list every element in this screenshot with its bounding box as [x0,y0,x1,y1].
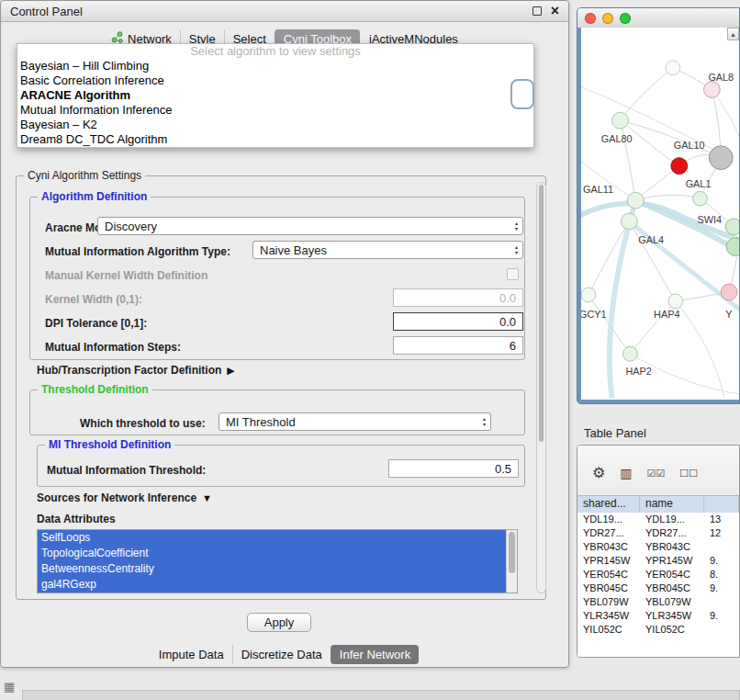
table-row[interactable]: YPR145WYPR145W9. [577,554,739,568]
minimize-traffic-light[interactable] [602,13,613,24]
kernel-width-value: 0.0 [499,291,516,305]
dpi-tolerance-value: 0.0 [499,315,516,329]
network-edge[interactable] [635,195,700,200]
column-header-name[interactable]: name [640,496,704,513]
network-node[interactable] [693,191,708,206]
table-cell: YPR145W [640,554,704,568]
algorithm-combobox-fragment[interactable] [510,79,534,109]
control-panel-titlebar: Control Panel × [1,1,568,22]
table-row[interactable]: YER054CYER054C8. [577,568,739,581]
network-node-gal8[interactable] [703,82,720,98]
table-row[interactable]: YLR345WYLR345W9. [577,609,739,623]
attribute-item-betweennesscentrality[interactable]: BetweennessCentrality [38,561,506,577]
table-row[interactable]: YDR27...YDR27...12 [577,526,739,540]
network-node-gal1[interactable] [671,158,688,175]
table-row[interactable]: YIL052CYIL052C [577,623,739,637]
table-body: YDL19...YDL19...13YDR27...YDR27...12YBR0… [577,513,739,657]
attribute-item-selfloops[interactable]: SelfLoops [38,530,506,546]
attribute-item-topologicalcoefficient[interactable]: TopologicalCoefficient [38,546,506,561]
aracne-mode-select[interactable]: Discovery ▴▾ [97,217,523,235]
network-edge[interactable] [621,68,673,120]
algorithm-option-dream8-dc-tdc-algorithm[interactable]: Dream8 DC_TDC Algorithm [17,132,533,147]
scrollbar-thumb[interactable] [509,532,515,573]
hub-definition-disclosure[interactable]: Hub/Transcription Factor Definition ▶ [37,364,235,377]
gear-icon[interactable]: ⚙ [592,466,605,480]
close-traffic-light[interactable] [585,13,596,24]
apply-button[interactable]: Apply [247,613,311,632]
algorithm-option-bayesian-hill-climbing[interactable]: Bayesian – Hill Climbing [17,59,533,73]
popup-prompt: Select algorithm to view settings [17,44,533,59]
algorithm-definition-title: Algorithm Definition [38,190,151,203]
table-cell: YLR345W [640,609,704,623]
manual-kernel-checkbox[interactable] [507,268,519,280]
node-label-hap2: HAP2 [625,366,651,377]
network-node-gal10[interactable] [709,146,733,170]
mi-type-select[interactable]: Naive Bayes ▴▾ [252,241,523,259]
table-row[interactable]: YDL19...YDL19...13 [577,513,739,526]
up-arrow-icon: ▲ [730,31,736,38]
network-edge[interactable] [621,120,722,158]
attributes-scrollbar[interactable] [506,530,517,593]
tab-label: Impute Data [159,648,224,661]
table-row[interactable]: YBR043CYBR043C [577,540,739,554]
table-cell: YDL19... [577,513,640,526]
column-header-shared-[interactable]: shared... [577,496,640,513]
node-label-gcy1: GCY1 [581,309,607,320]
table-cell: 8. [704,568,739,581]
scroll-up-arrow[interactable]: ▲ [727,28,739,40]
mi-threshold-field[interactable]: 0.5 [388,459,519,478]
network-node[interactable] [666,61,680,75]
network-node-gal11[interactable] [627,192,644,209]
network-node-swi4[interactable] [725,219,739,235]
network-edge[interactable] [676,301,724,399]
scrollbar-thumb[interactable] [539,185,544,442]
network-node-hap2[interactable] [622,346,637,361]
node-label-y: Y [725,309,732,320]
network-node-y[interactable] [721,284,737,300]
algorithm-option-aracne-algorithm[interactable]: ARACNE Algorithm [17,88,533,103]
tab-discretize-data[interactable]: Discretize Data [232,645,331,664]
mi-steps-label: Mutual Information Steps: [45,341,181,354]
hub-definition-label: Hub/Transcription Factor Definition [37,364,221,377]
table-cell: YIL052C [577,623,640,637]
select-all-columns-icon[interactable]: ☑☑ [647,466,666,480]
sources-disclosure[interactable]: Sources for Network Inference ▼ [37,491,212,504]
which-threshold-select[interactable]: MI Threshold ▴▾ [219,412,491,431]
algorithm-option-bayesian-k2[interactable]: Bayesian – K2 [17,118,533,132]
node-label-gal10: GAL10 [674,140,705,151]
kernel-width-field[interactable]: 0.0 [393,288,523,307]
dpi-tolerance-field[interactable]: 0.0 [393,312,523,331]
algorithm-option-mutual-information-inference[interactable]: Mutual Information Inference [17,103,533,118]
close-icon[interactable]: × [551,6,559,17]
network-node-gcy1[interactable] [581,288,596,302]
deselect-all-columns-icon[interactable]: ☐☐ [679,466,698,480]
table-cell: 13 [704,513,739,526]
network-node-gal80[interactable] [612,112,629,129]
node-label-gal8: GAL8 [708,72,734,83]
mi-threshold-value: 0.5 [495,462,511,476]
table-cell [704,595,739,609]
minimized-panel-icon[interactable]: ▦ [4,680,15,694]
tab-infer-network[interactable]: Infer Network [331,645,419,664]
network-node-gal4[interactable] [621,213,637,230]
attribute-item-gal4rgexp[interactable]: gal4RGexp [38,577,506,593]
float-window-icon[interactable] [533,6,542,16]
mi-steps-field[interactable]: 6 [393,336,523,355]
network-canvas[interactable]: GAL8GAL80GAL10GAL1GAL11SWI4GAL4GCY1HAP4Y… [581,28,739,400]
table-cell: YIL052C [640,623,704,637]
table-header-row: shared...name [577,495,739,514]
table-row[interactable]: YBL079WYBL079W [577,595,739,609]
algorithm-option-basic-correlation-inference[interactable]: Basic Correlation Inference [17,73,533,88]
columns-icon[interactable]: ▥ [620,466,632,480]
column-header[interactable] [704,496,739,513]
zoom-traffic-light[interactable] [620,13,631,24]
tab-impute-data[interactable]: Impute Data [151,645,232,664]
table-cell: YER054C [577,568,640,581]
table-row[interactable]: YBR045CYBR045C9. [577,581,739,595]
kernel-width-label: Kernel Width (0,1): [45,293,142,306]
network-node-hap4[interactable] [668,294,683,309]
table-cell: YDR27... [640,526,704,540]
table-cell: YPR145W [577,554,640,568]
settings-scrollbar[interactable] [536,182,546,593]
network-node[interactable] [726,238,739,256]
